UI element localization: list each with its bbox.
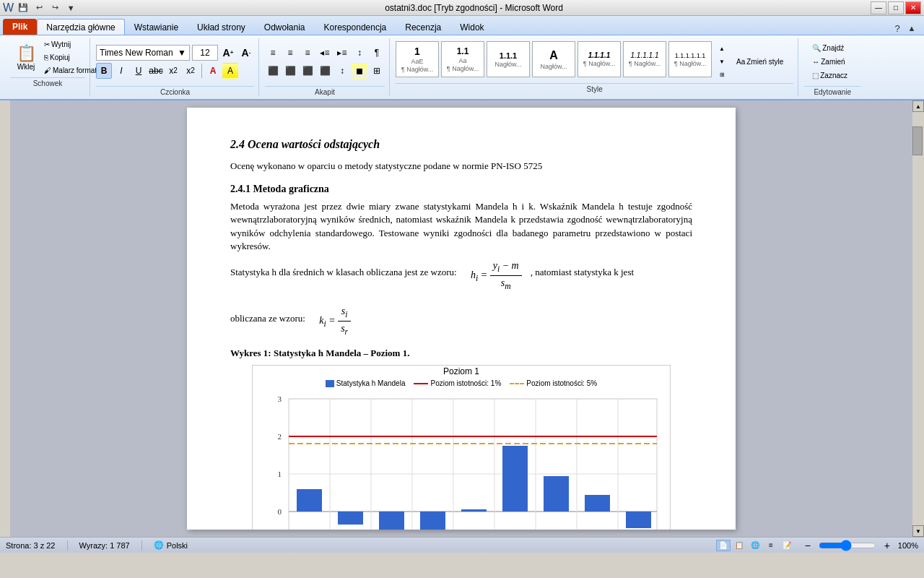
bullets-button[interactable]: ≡ xyxy=(265,45,281,61)
align-right-button[interactable]: ⬛ xyxy=(300,63,315,79)
multilevel-button[interactable]: ≡ xyxy=(300,45,315,61)
ribbon-tabs: Plik Narzędzia główne Wstawianie Układ s… xyxy=(0,16,924,35)
document[interactable]: 2.4 Ocena wartości odstających Ocenę wyk… xyxy=(187,108,736,530)
increase-font-button[interactable]: A+ xyxy=(220,45,236,61)
scroll-up-button[interactable]: ▲ xyxy=(912,100,924,112)
status-bar: Strona: 3 z 22 Wyrazy: 1 787 🌐 Polski 📄 … xyxy=(0,537,924,553)
svg-text:2: 2 xyxy=(278,432,282,441)
superscript-button[interactable]: x2 xyxy=(183,63,199,79)
styles-scroll-down[interactable]: ▼ xyxy=(714,56,730,67)
replace-button[interactable]: ↔ Zamień xyxy=(811,56,853,67)
svg-text:1: 1 xyxy=(278,470,282,478)
paragraph-row1: ≡ ≡ ≡ ◂≡ ▸≡ ↕ ¶ xyxy=(265,45,385,61)
close-button[interactable]: ✕ xyxy=(905,1,921,14)
text-color-button[interactable]: A xyxy=(205,63,221,79)
search-icon: 🔍 xyxy=(812,44,821,52)
maximize-button[interactable]: □ xyxy=(888,1,904,14)
outline-button[interactable]: ≡ xyxy=(764,540,778,551)
tab-narzedzia[interactable]: Narzędzia główne xyxy=(37,19,124,35)
subscript-button[interactable]: x2 xyxy=(165,63,181,79)
editing-label: Edytowanie xyxy=(804,86,860,96)
style-headingA[interactable]: ANagłów... xyxy=(532,41,575,77)
tab-korespondencja[interactable]: Korespondencja xyxy=(315,19,396,35)
font-row1: Times New Roman ▼ A+ A- xyxy=(96,45,254,61)
zoom-slider[interactable] xyxy=(819,543,876,548)
tab-plik[interactable]: Plik xyxy=(3,19,37,35)
underline-button[interactable]: U xyxy=(131,63,147,79)
undo-button[interactable]: ↩ xyxy=(32,1,45,14)
zoom-area: − + 100% xyxy=(800,538,918,553)
font-row2: B I U abc x2 x2 A A xyxy=(96,63,238,79)
chart-title: Poziom 1 xyxy=(253,366,670,378)
font-size-input[interactable] xyxy=(192,45,218,61)
page-info: Strona: 3 z 22 xyxy=(6,541,56,550)
highlight-button[interactable]: A xyxy=(222,63,238,79)
line-spacing-button[interactable]: ↕ xyxy=(334,63,350,79)
scroll-down-button[interactable]: ▼ xyxy=(912,525,924,537)
italic-button[interactable]: I xyxy=(113,63,129,79)
legend-bar: Statystyka h Mandela xyxy=(326,379,406,389)
styles-label: Style xyxy=(396,83,793,93)
zoom-in-button[interactable]: + xyxy=(879,538,895,553)
ribbon-collapse-button[interactable]: ▲ xyxy=(905,22,918,35)
clipboard-group: 📋 Wklej ✂ Wytnij ⎘ Kopiuj 🖌 Malarz forma… xyxy=(6,38,90,96)
cut-button[interactable]: ✂ Wytnij xyxy=(43,38,85,50)
print-layout-button[interactable]: 📄 xyxy=(716,540,731,551)
style-heading1111[interactable]: 1.1.1.1¶ Nagłów... xyxy=(578,41,621,77)
style-heading111111[interactable]: 1.1.1.1.1.1¶ Nagłów... xyxy=(668,41,712,77)
scrollbar-thumb[interactable] xyxy=(912,126,923,155)
paste-button[interactable]: 📋 Wklej xyxy=(10,38,42,76)
scrollbar-track[interactable] xyxy=(912,112,924,525)
redo-button[interactable]: ↪ xyxy=(48,1,61,14)
legend-line1-color xyxy=(414,383,428,384)
view-buttons: 📄 📋 🌐 ≡ 📝 xyxy=(716,540,794,551)
tab-odwolania[interactable]: Odwołania xyxy=(255,19,315,35)
window-title: ostatni3.doc [Tryb zgodności] - Microsof… xyxy=(77,3,871,13)
zoom-out-button[interactable]: − xyxy=(800,538,816,553)
status-sep2 xyxy=(141,540,142,551)
full-screen-button[interactable]: 📋 xyxy=(732,540,746,551)
borders-button[interactable]: ⊞ xyxy=(369,63,385,79)
format-painter-button[interactable]: 🖌 Malarz formatów xyxy=(43,64,85,76)
font-name-selector[interactable]: Times New Roman ▼ xyxy=(96,45,190,61)
chart-area: 3 2 1 0 -1 -2 xyxy=(253,392,670,530)
tab-wstawianie[interactable]: Wstawianie xyxy=(125,19,188,35)
decrease-font-button[interactable]: A- xyxy=(238,45,254,61)
increase-indent-button[interactable]: ▸≡ xyxy=(334,45,350,61)
web-layout-button[interactable]: 🌐 xyxy=(748,540,762,551)
select-button[interactable]: ⬚ Zaznacz xyxy=(811,69,853,81)
find-button[interactable]: 🔍 Znajdź xyxy=(811,42,853,53)
style-heading11111[interactable]: 1.1.1.1.1¶ Nagłów... xyxy=(623,41,666,77)
shading-button[interactable]: ◼ xyxy=(352,63,367,79)
legend-line1-label: Poziom istotności: 1% xyxy=(430,379,501,389)
numbering-button[interactable]: ≡ xyxy=(282,45,298,61)
styles-more[interactable]: ⊞ xyxy=(714,69,730,80)
save-button[interactable]: 💾 xyxy=(17,1,30,14)
sort-button[interactable]: ↕ xyxy=(352,45,367,61)
decrease-indent-button[interactable]: ◂≡ xyxy=(317,45,333,61)
strikethrough-button[interactable]: abc xyxy=(148,63,164,79)
customize-qa-button[interactable]: ▼ xyxy=(64,1,77,14)
style-heading111[interactable]: 1.1.1Nagłów... xyxy=(487,41,530,77)
styles-gallery: 1AaE¶ Nagłów... 1.1Aa¶ Nagłów... 1.1.1Na… xyxy=(396,41,730,82)
copy-button[interactable]: ⎘ Kopiuj xyxy=(43,51,85,63)
tab-widok[interactable]: Widok xyxy=(450,19,493,35)
tab-recenzja[interactable]: Recenzja xyxy=(396,19,450,35)
minimize-button[interactable]: — xyxy=(871,1,886,14)
draft-button[interactable]: 📝 xyxy=(780,540,794,551)
show-marks-button[interactable]: ¶ xyxy=(369,45,385,61)
wykres-desc: Statystyka h Mandela – Poziom 1. xyxy=(274,348,410,358)
bold-button[interactable]: B xyxy=(96,63,112,79)
styles-scroll-up[interactable]: ▲ xyxy=(714,43,730,54)
chart-svg: 3 2 1 0 -1 -2 xyxy=(253,392,671,530)
change-styles-button[interactable]: Aa Zmień style xyxy=(736,56,777,67)
dropdown-arrow-icon: ▼ xyxy=(178,48,186,58)
align-center-button[interactable]: ⬛ xyxy=(282,63,298,79)
svg-text:3: 3 xyxy=(278,394,282,403)
help-button[interactable]: ? xyxy=(891,22,904,35)
tab-uklad[interactable]: Układ strony xyxy=(188,19,255,35)
style-heading1[interactable]: 1AaE¶ Nagłów... xyxy=(396,41,439,77)
justify-button[interactable]: ⬛ xyxy=(317,63,333,79)
style-heading11[interactable]: 1.1Aa¶ Nagłów... xyxy=(441,41,484,77)
align-left-button[interactable]: ⬛ xyxy=(265,63,281,79)
